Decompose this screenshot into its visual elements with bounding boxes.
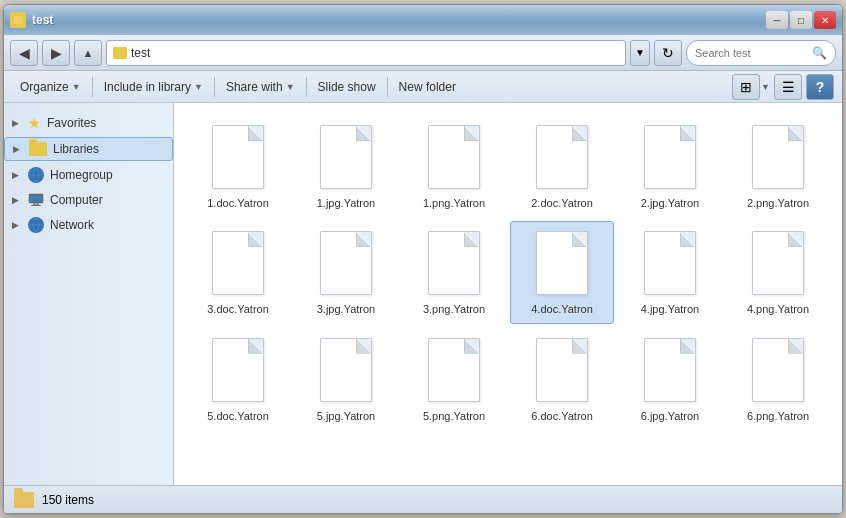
search-box[interactable]: 🔍 [686, 40, 836, 66]
sidebar-item-homegroup[interactable]: ▶ Homegroup [4, 163, 173, 187]
file-icon [316, 228, 376, 298]
network-label: Network [50, 218, 94, 232]
sidebar-item-favorites[interactable]: ▶ ★ Favorites [4, 111, 173, 135]
star-icon: ★ [28, 115, 41, 131]
doc-icon [536, 231, 588, 295]
expand-icon-homegroup: ▶ [12, 170, 22, 180]
file-item[interactable]: 2.doc.Yatron [510, 115, 614, 217]
doc-icon [752, 231, 804, 295]
organize-chevron: ▼ [72, 82, 81, 92]
sidebar-item-computer[interactable]: ▶ Computer [4, 189, 173, 211]
favorites-label: Favorites [47, 116, 96, 130]
window-icon [10, 12, 26, 28]
close-button[interactable]: ✕ [814, 11, 836, 29]
include-chevron: ▼ [194, 82, 203, 92]
file-item[interactable]: 3.jpg.Yatron [294, 221, 398, 323]
toolbar: Organize ▼ Include in library ▼ Share wi… [4, 71, 842, 103]
file-item[interactable]: 5.png.Yatron [402, 328, 506, 430]
file-item[interactable]: 4.png.Yatron [726, 221, 830, 323]
file-name: 1.doc.Yatron [207, 196, 269, 210]
address-bar: ◀ ▶ ▲ test ▼ ↻ 🔍 [4, 35, 842, 71]
file-icon [208, 228, 268, 298]
address-dropdown[interactable]: ▼ [630, 40, 650, 66]
file-name: 5.png.Yatron [423, 409, 485, 423]
back-button[interactable]: ◀ [10, 40, 38, 66]
organize-label: Organize [20, 80, 69, 94]
file-name: 4.jpg.Yatron [641, 302, 700, 316]
up-button[interactable]: ▲ [74, 40, 102, 66]
doc-icon [320, 338, 372, 402]
path-text: test [131, 46, 150, 60]
doc-icon [644, 125, 696, 189]
file-item[interactable]: 4.doc.Yatron [510, 221, 614, 323]
file-item[interactable]: 6.png.Yatron [726, 328, 830, 430]
file-name: 2.jpg.Yatron [641, 196, 700, 210]
view-dropdown-chevron[interactable]: ▼ [761, 82, 770, 92]
file-item[interactable]: 3.doc.Yatron [186, 221, 290, 323]
file-grid-container[interactable]: 1.doc.Yatron 1.jpg.Yatron 1.png.Yatron 2… [174, 103, 842, 485]
minimize-button[interactable]: ─ [766, 11, 788, 29]
file-name: 6.png.Yatron [747, 409, 809, 423]
file-icon [748, 335, 808, 405]
doc-icon [644, 231, 696, 295]
file-icon [748, 228, 808, 298]
help-button[interactable]: ? [806, 74, 834, 100]
sidebar-item-libraries[interactable]: ▶ Libraries [4, 137, 173, 161]
file-name: 3.jpg.Yatron [317, 302, 376, 316]
computer-label: Computer [50, 193, 103, 207]
file-item[interactable]: 5.doc.Yatron [186, 328, 290, 430]
forward-button[interactable]: ▶ [42, 40, 70, 66]
share-with-button[interactable]: Share with ▼ [218, 74, 303, 100]
file-item[interactable]: 2.png.Yatron [726, 115, 830, 217]
details-view-button[interactable]: ☰ [774, 74, 802, 100]
folder-icon-libraries [29, 142, 47, 156]
expand-icon-favorites: ▶ [12, 118, 22, 128]
file-icon [208, 335, 268, 405]
doc-icon [212, 125, 264, 189]
address-path[interactable]: test [106, 40, 626, 66]
organize-button[interactable]: Organize ▼ [12, 74, 89, 100]
doc-icon [644, 338, 696, 402]
doc-icon [536, 125, 588, 189]
main-content: ▶ ★ Favorites ▶ Libraries ▶ [4, 103, 842, 485]
file-item[interactable]: 1.jpg.Yatron [294, 115, 398, 217]
libraries-label: Libraries [53, 142, 99, 156]
file-item[interactable]: 1.doc.Yatron [186, 115, 290, 217]
view-icon: ⊞ [740, 79, 752, 95]
file-name: 6.jpg.Yatron [641, 409, 700, 423]
computer-icon [28, 193, 44, 207]
file-item[interactable]: 4.jpg.Yatron [618, 221, 722, 323]
file-name: 3.png.Yatron [423, 302, 485, 316]
include-library-button[interactable]: Include in library ▼ [96, 74, 211, 100]
sidebar-item-network[interactable]: ▶ Network [4, 213, 173, 237]
globe-icon-homegroup [28, 167, 44, 183]
file-icon [424, 122, 484, 192]
file-icon [316, 335, 376, 405]
file-item[interactable]: 3.png.Yatron [402, 221, 506, 323]
slideshow-button[interactable]: Slide show [310, 74, 384, 100]
homegroup-label: Homegroup [50, 168, 113, 182]
doc-icon [428, 125, 480, 189]
toolbar-divider-2 [214, 77, 215, 97]
maximize-button[interactable]: □ [790, 11, 812, 29]
file-item[interactable]: 1.png.Yatron [402, 115, 506, 217]
file-icon [424, 335, 484, 405]
file-item[interactable]: 5.jpg.Yatron [294, 328, 398, 430]
file-item[interactable]: 6.jpg.Yatron [618, 328, 722, 430]
item-count: 150 items [42, 493, 94, 507]
sidebar: ▶ ★ Favorites ▶ Libraries ▶ [4, 103, 174, 485]
new-folder-button[interactable]: New folder [391, 74, 464, 100]
file-item[interactable]: 6.doc.Yatron [510, 328, 614, 430]
file-icon [532, 122, 592, 192]
doc-icon [752, 125, 804, 189]
view-button[interactable]: ⊞ [732, 74, 760, 100]
file-item[interactable]: 2.jpg.Yatron [618, 115, 722, 217]
search-input[interactable] [695, 47, 808, 59]
refresh-button[interactable]: ↻ [654, 40, 682, 66]
include-label: Include in library [104, 80, 191, 94]
file-name: 1.jpg.Yatron [317, 196, 376, 210]
doc-icon [428, 231, 480, 295]
doc-icon [752, 338, 804, 402]
file-name: 5.doc.Yatron [207, 409, 269, 423]
path-folder-icon [113, 47, 127, 59]
